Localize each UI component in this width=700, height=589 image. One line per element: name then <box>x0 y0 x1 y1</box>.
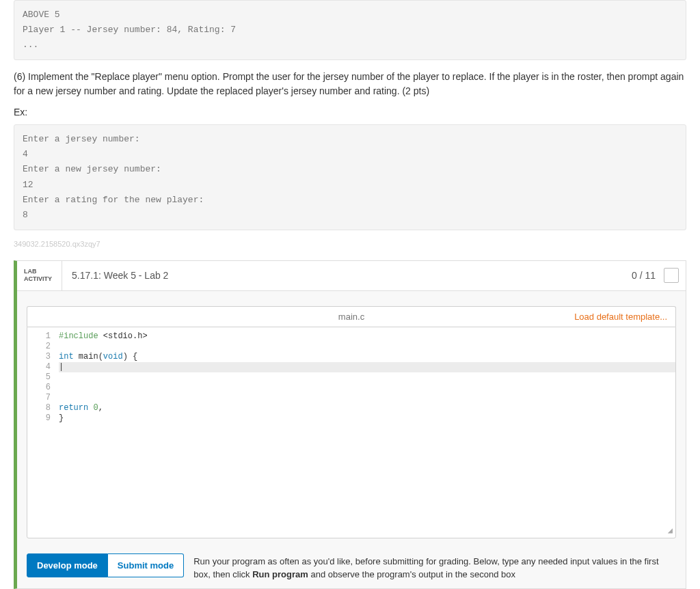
lab-body: main.c Load default template... 1 2 3 4 … <box>17 291 686 588</box>
code-line-5[interactable] <box>59 372 675 383</box>
code-line-4-cursor[interactable]: | <box>59 362 675 372</box>
code-line-3[interactable]: int main(void) { <box>59 352 675 362</box>
line-number: 6 <box>27 383 51 393</box>
line-number: 8 <box>27 403 51 413</box>
editor-header: main.c Load default template... <box>27 306 676 327</box>
preproc-token: #include <box>59 331 103 341</box>
type-token: int <box>59 352 79 361</box>
code-line-8[interactable]: return 0, <box>59 403 675 413</box>
line-number: 9 <box>27 413 51 424</box>
line-number: 5 <box>27 372 51 383</box>
line-gutter: 1 2 3 4 5 6 7 8 9 <box>27 327 55 424</box>
code-area[interactable]: #include <stdio.h> int main(void) { | re… <box>55 327 675 424</box>
mode-row: Develop mode Submit mode Run your progra… <box>27 553 676 581</box>
content-hash: 349032.2158520.qx3zqy7 <box>14 240 686 248</box>
lab-activity-panel: LAB ACTIVITY 5.17.1: Week 5 - Lab 2 0 / … <box>14 260 686 589</box>
code-editor[interactable]: 1 2 3 4 5 6 7 8 9 #include <stdio.h> int… <box>27 327 676 538</box>
lab-header: LAB ACTIVITY 5.17.1: Week 5 - Lab 2 0 / … <box>17 261 686 291</box>
code-line-7[interactable] <box>59 393 675 403</box>
ident-token: main <box>79 352 98 361</box>
code-line-1[interactable]: #include <stdio.h> <box>59 331 675 342</box>
keyword-token: return <box>59 403 93 413</box>
lab-tag-line1: LAB <box>24 268 56 276</box>
lab-score: 0 / 11 <box>623 270 664 281</box>
line-number: 4 <box>27 362 51 372</box>
submit-mode-button[interactable]: Submit mode <box>108 553 184 577</box>
line-number: 3 <box>27 352 51 362</box>
lab-tag: LAB ACTIVITY <box>17 261 62 290</box>
example-io-box: Enter a jersey number: 4 Enter a new jer… <box>14 124 686 230</box>
prior-output-snippet: ABOVE 5 Player 1 -- Jersey number: 84, R… <box>14 0 686 60</box>
develop-mode-button[interactable]: Develop mode <box>27 553 108 577</box>
code-line-6[interactable] <box>59 383 675 393</box>
include-target: <stdio.h> <box>103 331 148 341</box>
lab-title: 5.17.1: Week 5 - Lab 2 <box>62 270 623 281</box>
run-program-label: Run program <box>252 569 308 579</box>
mode-description: Run your program as often as you'd like,… <box>193 553 676 581</box>
line-number: 7 <box>27 393 51 403</box>
collapse-toggle-icon[interactable] <box>664 268 679 283</box>
load-default-template-link[interactable]: Load default template... <box>574 312 667 322</box>
line-number: 1 <box>27 331 51 342</box>
code-line-9[interactable]: } <box>59 413 675 424</box>
mode-desc-part2: and observe the program's output in the … <box>308 569 515 579</box>
punct-token: ( <box>98 352 103 361</box>
lab-tag-line2: ACTIVITY <box>24 275 56 284</box>
example-label: Ex: <box>14 107 686 118</box>
punct-token: , <box>98 403 103 413</box>
line-number: 2 <box>27 342 51 352</box>
mode-buttons: Develop mode Submit mode <box>27 553 184 577</box>
type-token: void <box>103 352 123 361</box>
instruction-text: (6) Implement the "Replace player" menu … <box>14 70 686 98</box>
code-line-2[interactable] <box>59 342 675 352</box>
punct-token: ) { <box>123 352 138 361</box>
number-token: 0 <box>93 403 98 413</box>
file-tab[interactable]: main.c <box>338 312 364 322</box>
resize-handle-icon[interactable]: ◢ <box>668 526 673 536</box>
